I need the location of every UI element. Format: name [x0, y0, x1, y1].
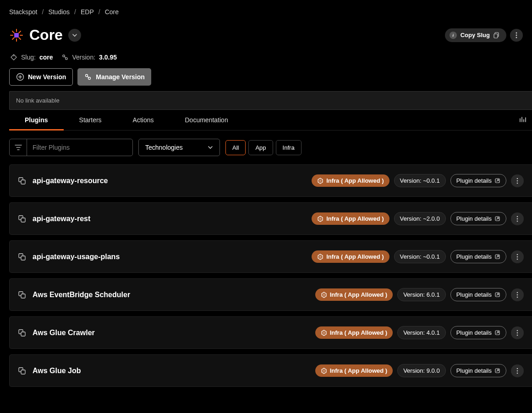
plugin-icon	[18, 177, 26, 185]
svg-point-3	[516, 32, 517, 33]
plugin-more-button[interactable]	[511, 326, 524, 339]
technologies-label: Technologies	[145, 144, 183, 151]
breadcrumb-item[interactable]: Core	[105, 8, 119, 16]
version-pill: Version: ~0.0.1	[394, 250, 446, 263]
svg-point-47	[517, 372, 518, 374]
external-link-icon	[494, 368, 500, 374]
version-pill: Version: 9.0.0	[397, 364, 446, 377]
plugin-more-button[interactable]	[511, 364, 524, 377]
svg-point-15	[517, 178, 518, 179]
svg-point-39	[517, 330, 518, 331]
version-label: Version:	[72, 54, 96, 61]
technologies-select[interactable]: Technologies	[138, 139, 220, 156]
plugin-row: Aws EventBridge Scheduler Infra ( App Al…	[9, 278, 532, 311]
external-link-icon	[494, 292, 500, 298]
svg-point-41	[517, 334, 518, 336]
version-value: 3.0.95	[99, 54, 117, 61]
svg-rect-25	[21, 256, 25, 260]
filter-icon[interactable]	[10, 139, 27, 156]
svg-rect-19	[21, 218, 25, 222]
svg-point-5	[516, 37, 517, 38]
infra-icon	[317, 254, 324, 260]
version-pill: Version: 6.0.1	[397, 288, 446, 301]
header-more-button[interactable]	[510, 29, 523, 42]
manage-icon	[84, 73, 92, 81]
svg-point-34	[517, 294, 518, 295]
more-vertical-icon	[516, 254, 518, 260]
plugin-details-button[interactable]: Plugin details	[450, 326, 506, 339]
plugin-details-button[interactable]: Plugin details	[450, 212, 506, 225]
version-icon	[61, 54, 69, 61]
plugin-icon	[18, 291, 26, 299]
breadcrumb: Stackspot/ Studios/ EDP/ Core	[0, 0, 532, 24]
external-link-icon	[494, 216, 500, 222]
manage-version-label: Manage Version	[96, 73, 145, 81]
more-vertical-icon	[516, 292, 518, 298]
plugin-more-button[interactable]	[511, 212, 524, 225]
svg-rect-43	[21, 370, 25, 374]
tab-documentation[interactable]: Documentation	[170, 110, 244, 130]
infra-icon	[317, 216, 324, 222]
more-vertical-icon	[516, 32, 517, 38]
plugin-more-button[interactable]	[511, 250, 524, 263]
plugin-name: Aws EventBridge Scheduler	[33, 291, 130, 299]
svg-point-17	[517, 182, 518, 184]
filter-plugins-input[interactable]	[27, 139, 132, 156]
version-pill: Version: ~2.0.0	[394, 212, 446, 225]
more-vertical-icon	[516, 368, 518, 374]
svg-point-21	[517, 216, 518, 217]
svg-rect-2	[494, 34, 498, 38]
chip-infra[interactable]: Infra	[276, 140, 302, 155]
plugin-more-button[interactable]	[511, 174, 524, 187]
tab-plugins[interactable]: Plugins	[9, 110, 64, 130]
plugin-row: api-gateway-resource Infra ( App Allowed…	[9, 164, 532, 197]
copy-slug-label: Copy Slug	[461, 32, 490, 38]
chip-all[interactable]: All	[225, 140, 246, 155]
page-title: Core	[29, 27, 63, 43]
chevron-down-icon	[72, 33, 77, 38]
svg-point-45	[517, 368, 518, 369]
version-pill: Version: 4.0.1	[397, 326, 446, 339]
breadcrumb-item[interactable]: Studios	[48, 8, 70, 16]
plugin-name: api-gateway-usage-plans	[33, 253, 120, 261]
manage-version-button[interactable]: Manage Version	[77, 68, 151, 86]
infra-badge: Infra ( App Allowed )	[315, 364, 393, 377]
svg-point-46	[517, 370, 518, 371]
plugin-row: api-gateway-rest Infra ( App Allowed ) V…	[9, 202, 532, 235]
plugin-more-button[interactable]	[511, 288, 524, 301]
plugin-icon	[18, 215, 26, 223]
plugin-row: Aws Glue Crawler Infra ( App Allowed ) V…	[9, 316, 532, 349]
infra-badge: Infra ( App Allowed )	[312, 174, 389, 187]
external-link-icon	[494, 254, 500, 260]
svg-point-28	[517, 256, 518, 257]
tab-starters[interactable]: Starters	[64, 110, 117, 130]
tab-actions[interactable]: Actions	[117, 110, 170, 130]
plugin-name: Aws Glue Job	[33, 367, 81, 375]
chip-app[interactable]: App	[248, 140, 273, 155]
tabs-equalizer-icon[interactable]	[519, 116, 527, 124]
plugin-name: Aws Glue Crawler	[33, 329, 95, 337]
breadcrumb-item[interactable]: Stackspot	[9, 8, 37, 16]
title-dropdown-button[interactable]	[68, 29, 81, 42]
plugin-details-button[interactable]: Plugin details	[450, 364, 506, 377]
plugin-details-button[interactable]: Plugin details	[450, 288, 506, 301]
plugin-row: Aws Glue Job Infra ( App Allowed ) Versi…	[9, 354, 532, 387]
svg-point-35	[517, 296, 518, 298]
core-logo-icon	[9, 28, 24, 43]
plugin-name: api-gateway-resource	[33, 177, 108, 185]
copy-slug-button[interactable]: i Copy Slug	[445, 28, 506, 42]
svg-point-33	[517, 292, 518, 293]
infra-badge: Infra ( App Allowed )	[312, 250, 389, 263]
svg-point-27	[517, 254, 518, 255]
tag-icon	[10, 54, 17, 61]
new-version-button[interactable]: New Version	[9, 68, 73, 86]
slug-label: Slug:	[21, 54, 36, 61]
plugin-icon	[18, 253, 26, 261]
svg-point-29	[517, 258, 518, 260]
plugin-details-button[interactable]: Plugin details	[450, 174, 506, 187]
svg-point-22	[517, 218, 518, 219]
new-version-label: New Version	[28, 73, 66, 81]
plugin-details-button[interactable]: Plugin details	[450, 250, 506, 263]
breadcrumb-item[interactable]: EDP	[81, 8, 94, 16]
no-link-banner: No link available	[9, 91, 532, 110]
